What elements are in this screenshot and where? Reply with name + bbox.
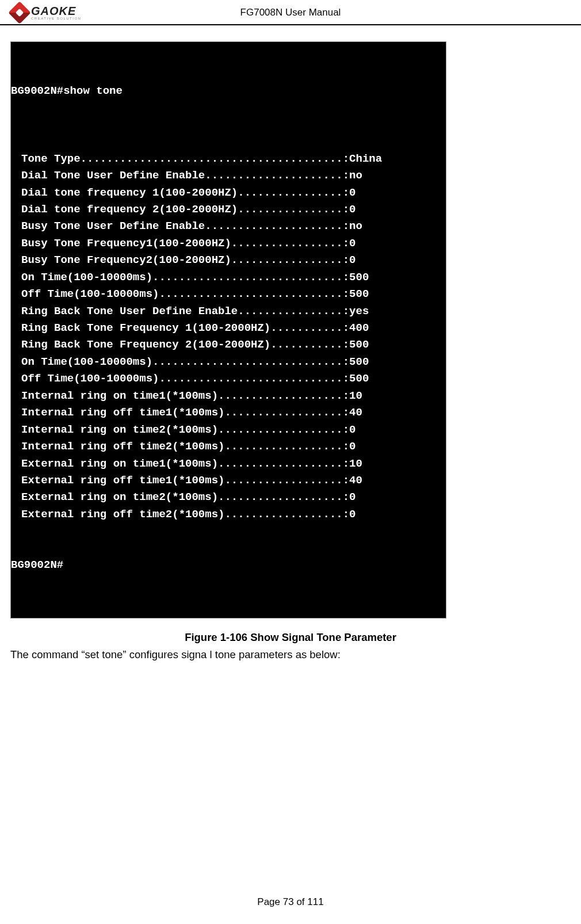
logo-text-block: GAOKE CREATIVE SOLUTION: [31, 5, 81, 20]
figure-caption: Figure 1-106 Show Signal Tone Parameter: [10, 631, 571, 644]
logo-sub: CREATIVE SOLUTION: [31, 17, 81, 20]
figure-text: Show Signal Tone Parameter: [250, 631, 396, 643]
terminal-output: Tone Type...............................…: [11, 133, 446, 523]
logo: GAOKE CREATIVE SOLUTION: [12, 5, 81, 21]
document-title: FG7008N User Manual: [240, 7, 341, 18]
page-header: GAOKE CREATIVE SOLUTION FG7008N User Man…: [0, 0, 581, 25]
terminal-prompt-tail: BG9002N#: [11, 557, 446, 574]
logo-main: GAOKE: [31, 5, 81, 17]
figure-label: Figure 1-106: [185, 631, 247, 643]
body-paragraph: The command “set tone” configures signa …: [10, 648, 571, 661]
terminal-screenshot: BG9002N#show tone Tone Type.............…: [10, 41, 446, 618]
terminal-prompt-command: BG9002N#show tone: [11, 83, 446, 100]
page-content: BG9002N#show tone Tone Type.............…: [0, 25, 581, 661]
logo-icon: [8, 1, 31, 24]
page-footer: Page 73 of 111: [0, 896, 581, 908]
